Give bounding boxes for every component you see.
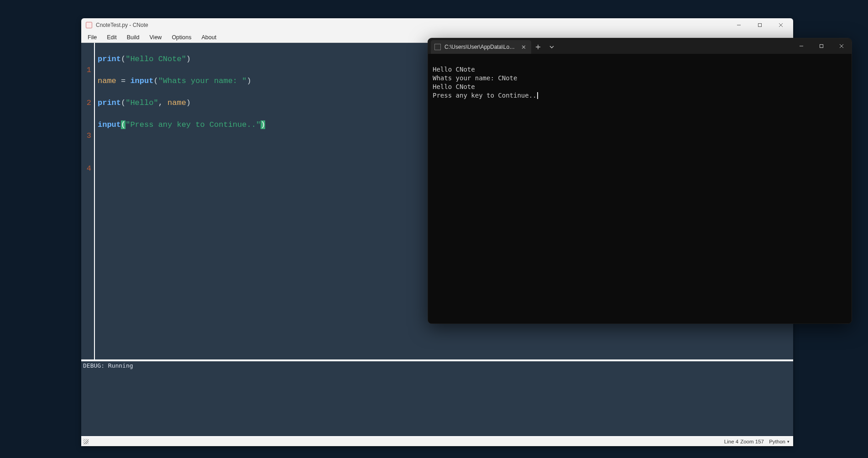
line-number: 2 bbox=[81, 98, 91, 109]
terminal-window: C:\Users\User\AppData\Local\P\ ✕ Hello C… bbox=[428, 38, 852, 323]
debug-output-pane[interactable]: DEBUG: Running bbox=[81, 359, 793, 437]
terminal-title-bar[interactable]: C:\Users\User\AppData\Local\P\ ✕ bbox=[428, 38, 852, 54]
line-number: 4 bbox=[81, 163, 91, 174]
terminal-output[interactable]: Hello CNote Whats your name: CNote Hello… bbox=[428, 54, 852, 323]
terminal-cursor bbox=[537, 92, 538, 99]
term-line: Hello CNote bbox=[433, 83, 475, 90]
menu-about[interactable]: About bbox=[197, 33, 221, 42]
editor-window-controls bbox=[728, 18, 791, 32]
terminal-tab[interactable]: C:\Users\User\AppData\Local\P\ ✕ bbox=[431, 40, 531, 54]
tab-close-icon[interactable]: ✕ bbox=[520, 44, 528, 51]
menu-edit[interactable]: Edit bbox=[102, 33, 121, 42]
terminal-tab-icon bbox=[434, 44, 441, 50]
editor-title: CnoteTest.py - CNote bbox=[96, 22, 148, 28]
svg-rect-7 bbox=[820, 45, 823, 48]
term-line: Whats your name: CNote bbox=[433, 74, 517, 82]
terminal-window-controls bbox=[791, 38, 852, 54]
chevron-down-icon[interactable]: ▾ bbox=[787, 439, 790, 444]
svg-rect-1 bbox=[758, 24, 762, 27]
menu-options[interactable]: Options bbox=[167, 33, 196, 42]
terminal-tab-title: C:\Users\User\AppData\Local\P\ bbox=[444, 44, 516, 50]
status-lang[interactable]: Python bbox=[769, 439, 785, 444]
resize-grip-icon[interactable] bbox=[83, 439, 89, 444]
editor-maximize-button[interactable] bbox=[749, 18, 770, 32]
menu-view[interactable]: View bbox=[145, 33, 167, 42]
editor-minimize-button[interactable] bbox=[728, 18, 749, 32]
line-number: 1 bbox=[81, 65, 91, 76]
terminal-close-button[interactable] bbox=[831, 38, 852, 54]
term-line: Press any key to Continue.. bbox=[433, 92, 537, 99]
terminal-tab-dropdown[interactable] bbox=[545, 40, 559, 54]
status-zoom: Zoom 157 bbox=[740, 439, 764, 444]
editor-status-bar: Line 4 Zoom 157 Python ▾ bbox=[81, 437, 793, 446]
editor-title-bar[interactable]: CnoteTest.py - CNote bbox=[81, 18, 793, 32]
cnote-app-icon bbox=[86, 22, 92, 28]
line-number: 3 bbox=[81, 130, 91, 141]
status-line: Line 4 bbox=[724, 439, 738, 444]
terminal-new-tab-button[interactable] bbox=[531, 40, 545, 54]
line-number-gutter: 1 2 3 4 bbox=[81, 43, 95, 359]
menu-build[interactable]: Build bbox=[122, 33, 144, 42]
terminal-minimize-button[interactable] bbox=[791, 38, 811, 54]
terminal-maximize-button[interactable] bbox=[811, 38, 831, 54]
term-line: Hello CNote bbox=[433, 66, 475, 73]
debug-output-text: DEBUG: Running bbox=[83, 362, 133, 369]
menu-file[interactable]: File bbox=[83, 33, 101, 42]
editor-close-button[interactable] bbox=[770, 18, 791, 32]
